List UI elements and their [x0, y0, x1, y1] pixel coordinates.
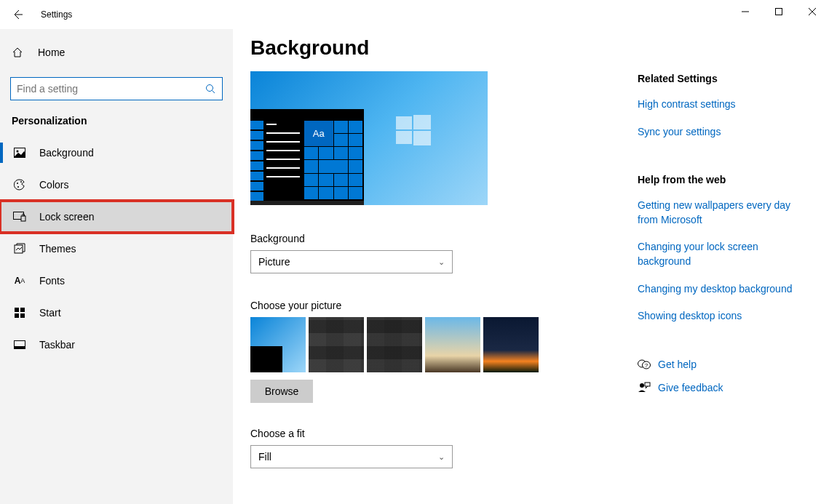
- svg-rect-19: [413, 131, 431, 145]
- sidebar-item-fonts[interactable]: AA Fonts: [0, 265, 233, 297]
- section-label: Personalization: [0, 100, 233, 137]
- svg-rect-10: [15, 308, 19, 312]
- palette-icon: [13, 179, 26, 191]
- search-input[interactable]: [17, 83, 205, 95]
- picture-thumb-5[interactable]: [483, 317, 539, 372]
- link-help-desktop-icons[interactable]: Showing desktop icons: [638, 309, 812, 324]
- link-help-wallpapers[interactable]: Getting new wallpapers every day from Mi…: [638, 199, 812, 227]
- dropdown-value: Fill: [258, 451, 271, 463]
- nav-label: Fonts: [39, 275, 65, 287]
- browse-button[interactable]: Browse: [250, 380, 313, 403]
- minimize-button[interactable]: [729, 0, 762, 23]
- sidebar-item-themes[interactable]: Themes: [0, 233, 233, 265]
- svg-rect-17: [413, 115, 431, 129]
- fit-dropdown[interactable]: Fill ⌄: [250, 445, 453, 468]
- fit-dropdown-label: Choose a fit: [250, 428, 829, 439]
- svg-rect-9: [15, 245, 23, 253]
- svg-point-1: [207, 84, 213, 91]
- svg-rect-12: [15, 313, 19, 318]
- windows-logo-icon: [396, 113, 431, 148]
- sidebar: Home Personalization Background Colors L…: [0, 29, 233, 504]
- link-give-feedback[interactable]: Give feedback: [658, 382, 723, 393]
- taskbar-icon: [13, 340, 26, 349]
- search-icon: [205, 84, 216, 95]
- picture-thumb-1[interactable]: [250, 317, 306, 372]
- sidebar-item-taskbar[interactable]: Taskbar: [0, 329, 233, 361]
- maximize-button[interactable]: [762, 0, 796, 23]
- right-panel: Related Settings High contrast settings …: [638, 73, 812, 405]
- link-help-desktop-background[interactable]: Changing my desktop background: [638, 282, 812, 297]
- picture-thumb-3[interactable]: [367, 317, 422, 372]
- svg-text:?: ?: [645, 362, 648, 369]
- svg-point-6: [20, 181, 22, 183]
- get-help-icon: ?: [638, 359, 658, 370]
- sidebar-item-start[interactable]: Start: [0, 297, 233, 329]
- svg-point-3: [17, 151, 19, 153]
- home-label: Home: [38, 47, 65, 58]
- svg-rect-11: [20, 308, 25, 312]
- link-get-help[interactable]: Get help: [658, 359, 697, 370]
- preview-sample-tile: Aa: [304, 121, 333, 146]
- sidebar-item-lock-screen[interactable]: Lock screen: [0, 201, 233, 233]
- dropdown-value: Picture: [258, 256, 290, 268]
- link-help-lockscreen[interactable]: Changing your lock screen background: [638, 240, 812, 268]
- titlebar: Settings: [0, 0, 829, 29]
- related-settings-heading: Related Settings: [638, 73, 812, 84]
- nav-label: Themes: [39, 243, 76, 255]
- svg-rect-8: [21, 216, 25, 221]
- nav-label: Start: [39, 307, 61, 319]
- window-title: Settings: [41, 9, 72, 20]
- svg-rect-13: [20, 313, 25, 318]
- home-icon: [12, 47, 26, 58]
- svg-rect-18: [396, 131, 412, 144]
- chevron-down-icon: ⌄: [438, 257, 445, 267]
- themes-icon: [13, 243, 26, 255]
- page-title: Background: [250, 36, 829, 60]
- nav-label: Lock screen: [39, 211, 94, 223]
- picture-icon: [13, 148, 26, 158]
- start-icon: [13, 308, 26, 318]
- svg-point-23: [640, 383, 644, 388]
- lock-screen-icon: [13, 212, 26, 222]
- search-box[interactable]: [10, 77, 223, 100]
- fonts-icon: AA: [13, 276, 26, 286]
- picture-thumb-2[interactable]: [309, 317, 364, 372]
- svg-rect-0: [776, 9, 782, 15]
- nav-label: Taskbar: [39, 339, 75, 351]
- back-button[interactable]: [0, 0, 35, 29]
- nav-label: Colors: [39, 179, 68, 191]
- background-dropdown[interactable]: Picture ⌄: [250, 250, 453, 273]
- preview-start-menu: Aa: [250, 109, 364, 205]
- link-high-contrast[interactable]: High contrast settings: [638, 97, 812, 112]
- nav-label: Background: [39, 147, 94, 159]
- sidebar-item-background[interactable]: Background: [0, 137, 233, 169]
- help-heading: Help from the web: [638, 174, 812, 185]
- svg-rect-24: [645, 383, 650, 386]
- picture-thumb-4[interactable]: [425, 317, 480, 372]
- svg-rect-16: [396, 116, 412, 129]
- svg-point-5: [17, 186, 19, 188]
- feedback-icon: [638, 382, 658, 393]
- home-link[interactable]: Home: [0, 36, 233, 68]
- svg-rect-15: [15, 346, 25, 349]
- close-button[interactable]: [796, 0, 829, 23]
- sidebar-item-colors[interactable]: Colors: [0, 169, 233, 201]
- chevron-down-icon: ⌄: [438, 452, 445, 462]
- link-sync-settings[interactable]: Sync your settings: [638, 125, 812, 140]
- background-preview: Aa: [250, 71, 488, 205]
- svg-point-4: [17, 183, 18, 184]
